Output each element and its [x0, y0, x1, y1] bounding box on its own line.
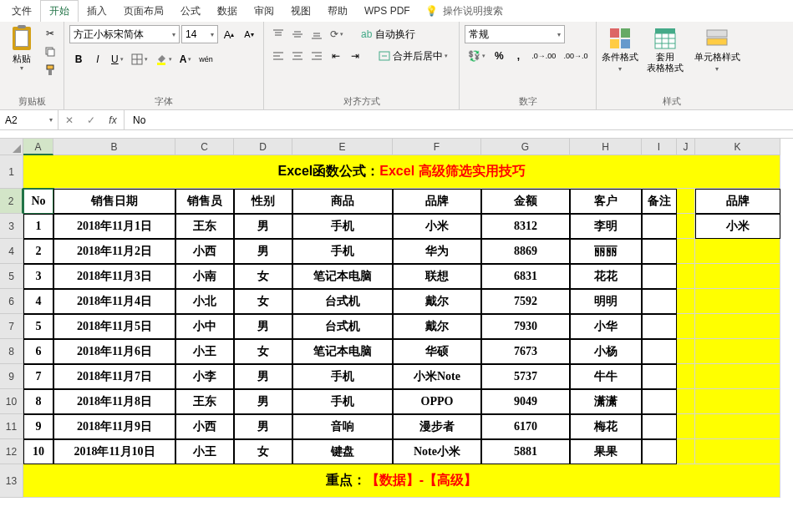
col-header-K[interactable]: K — [695, 139, 780, 155]
cell-B2[interactable]: 销售日期 — [53, 189, 175, 214]
cell-G10[interactable]: 9049 — [481, 389, 570, 414]
increase-indent-button[interactable]: ⇥ — [346, 47, 364, 65]
cell-J10[interactable] — [677, 389, 695, 414]
cell-E11[interactable]: 音响 — [292, 414, 393, 439]
cell-A12[interactable]: 10 — [23, 439, 53, 464]
row-header-7[interactable]: 7 — [0, 314, 23, 339]
col-header-J[interactable]: J — [677, 139, 695, 155]
menu-insert[interactable]: 插入 — [79, 1, 115, 22]
cell-D9[interactable]: 男 — [234, 364, 292, 389]
cell-F6[interactable]: 戴尔 — [393, 289, 481, 314]
font-size-select[interactable]: 14▾ — [181, 25, 218, 43]
cell-J7[interactable] — [677, 314, 695, 339]
cell-F11[interactable]: 漫步者 — [393, 414, 481, 439]
cell-H6[interactable]: 明明 — [570, 289, 642, 314]
cell-I4[interactable] — [642, 239, 677, 264]
cell-F8[interactable]: 华硕 — [393, 339, 481, 364]
cell-K11[interactable] — [695, 414, 780, 439]
cell-D4[interactable]: 男 — [234, 239, 292, 264]
menu-view[interactable]: 视图 — [282, 1, 319, 22]
cell-D8[interactable]: 女 — [234, 339, 292, 364]
cell-C9[interactable]: 小李 — [175, 364, 234, 389]
accounting-format-button[interactable]: 💱 — [465, 47, 489, 65]
cell-J4[interactable] — [677, 239, 695, 264]
cell-I2[interactable]: 备注 — [642, 189, 677, 214]
cell-E6[interactable]: 台式机 — [292, 289, 393, 314]
cell-I9[interactable] — [642, 364, 677, 389]
cell-D6[interactable]: 女 — [234, 289, 292, 314]
align-center-button[interactable] — [288, 47, 307, 65]
cell-J12[interactable] — [677, 439, 695, 464]
cell-G6[interactable]: 7592 — [481, 289, 570, 314]
underline-button[interactable]: U — [108, 50, 127, 68]
cell-F2[interactable]: 品牌 — [393, 189, 481, 214]
row-header-5[interactable]: 5 — [0, 264, 23, 289]
conditional-format-button[interactable]: 条件格式▾ — [602, 25, 638, 73]
cut-button[interactable]: ✂ — [42, 25, 58, 42]
cell-C7[interactable]: 小中 — [175, 314, 234, 339]
cell-C10[interactable]: 王东 — [175, 389, 234, 414]
merge-center-button[interactable]: 合并后居中 — [373, 47, 454, 65]
cell-D10[interactable]: 男 — [234, 389, 292, 414]
cell-H12[interactable]: 果果 — [570, 439, 642, 464]
col-header-I[interactable]: I — [642, 139, 677, 155]
cell-J8[interactable] — [677, 339, 695, 364]
decrease-font-button[interactable]: A▾ — [240, 25, 258, 43]
cell-E2[interactable]: 商品 — [292, 189, 393, 214]
row-header-1[interactable]: 1 — [0, 155, 23, 189]
cell-D3[interactable]: 男 — [234, 214, 292, 239]
font-color-button[interactable]: A — [176, 50, 196, 68]
cell-J5[interactable] — [677, 264, 695, 289]
fill-color-button[interactable] — [152, 50, 175, 68]
cell-B12[interactable]: 2018年11月10日 — [53, 439, 175, 464]
format-as-table-button[interactable]: 套用 表格格式 — [642, 25, 689, 73]
cell-K5[interactable] — [695, 264, 780, 289]
cell-B5[interactable]: 2018年11月3日 — [53, 264, 175, 289]
phonetic-button[interactable]: wén — [196, 50, 216, 68]
cell-H11[interactable]: 梅花 — [570, 414, 642, 439]
cell-G11[interactable]: 6170 — [481, 414, 570, 439]
paste-button[interactable]: 粘贴 ▾ — [5, 25, 38, 72]
cell-H4[interactable]: 丽丽 — [570, 239, 642, 264]
cell-D2[interactable]: 性别 — [234, 189, 292, 214]
cell-K8[interactable] — [695, 339, 780, 364]
cell-D5[interactable]: 女 — [234, 264, 292, 289]
increase-font-button[interactable]: A▴ — [220, 25, 238, 43]
menu-help[interactable]: 帮助 — [319, 1, 356, 22]
cell-I8[interactable] — [642, 339, 677, 364]
tell-me-search[interactable]: 💡 操作说明搜索 — [425, 4, 503, 18]
border-button[interactable] — [128, 50, 151, 68]
cell-K9[interactable] — [695, 364, 780, 389]
row-header-4[interactable]: 4 — [0, 239, 23, 264]
cell-C11[interactable]: 小西 — [175, 414, 234, 439]
cell-A9[interactable]: 7 — [23, 364, 53, 389]
cell-K10[interactable] — [695, 389, 780, 414]
cell-K4[interactable] — [695, 239, 780, 264]
cell-H8[interactable]: 小杨 — [570, 339, 642, 364]
cell-C5[interactable]: 小南 — [175, 264, 234, 289]
cell-H9[interactable]: 牛牛 — [570, 364, 642, 389]
cell-G2[interactable]: 金额 — [481, 189, 570, 214]
cell-K2[interactable]: 品牌 — [695, 189, 780, 214]
cell-G3[interactable]: 8312 — [481, 214, 570, 239]
cell-I3[interactable] — [642, 214, 677, 239]
col-header-F[interactable]: F — [393, 139, 481, 155]
cell-H5[interactable]: 花花 — [570, 264, 642, 289]
number-format-select[interactable]: 常规▾ — [465, 25, 565, 43]
formula-input[interactable]: No — [125, 110, 793, 129]
bold-button[interactable]: B — [69, 50, 88, 68]
cell-B6[interactable]: 2018年11月4日 — [53, 289, 175, 314]
percent-button[interactable]: % — [490, 47, 508, 65]
col-header-H[interactable]: H — [570, 139, 642, 155]
cell-A5[interactable]: 3 — [23, 264, 53, 289]
cell-K6[interactable] — [695, 289, 780, 314]
cancel-formula-button[interactable]: ✕ — [58, 114, 80, 126]
cell-H3[interactable]: 李明 — [570, 214, 642, 239]
cell-K12[interactable] — [695, 439, 780, 464]
cell-H2[interactable]: 客户 — [570, 189, 642, 214]
font-name-select[interactable]: 方正小标宋简体▾ — [69, 25, 180, 43]
cell-B4[interactable]: 2018年11月2日 — [53, 239, 175, 264]
cell-D11[interactable]: 男 — [234, 414, 292, 439]
title-banner[interactable]: Excel函数公式： Excel 高级筛选实用技巧 — [23, 155, 780, 189]
cell-J11[interactable] — [677, 414, 695, 439]
